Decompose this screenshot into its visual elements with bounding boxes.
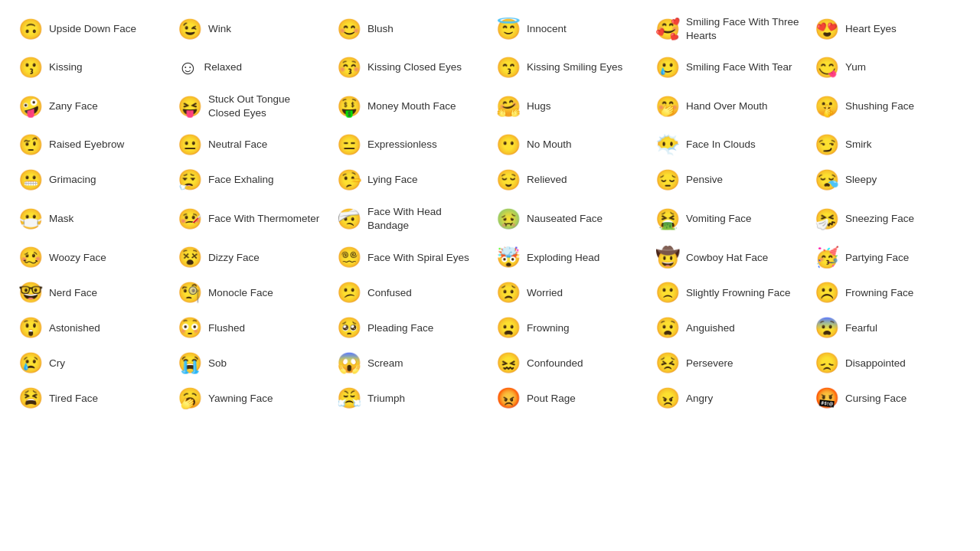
list-item[interactable]: 😫Tired Face xyxy=(12,380,172,416)
list-item[interactable]: 🤨Raised Eyebrow xyxy=(12,127,172,162)
list-item[interactable]: 🥱Yawning Face xyxy=(172,380,331,416)
emoji-icon: 😍 xyxy=(815,19,839,39)
list-item[interactable]: 😵Dizzy Face xyxy=(172,240,331,275)
list-item[interactable]: 🤧Sneezing Face xyxy=(808,197,968,240)
emoji-icon: 😗 xyxy=(18,57,43,77)
list-item[interactable]: 😋Yum xyxy=(808,50,968,85)
emoji-label: Cowboy Hat Face xyxy=(686,251,768,265)
list-item[interactable]: 🤑Money Mouth Face xyxy=(331,85,490,127)
list-item[interactable]: 😐Neutral Face xyxy=(172,127,331,162)
emoji-label: Raised Eyebrow xyxy=(49,138,124,152)
list-item[interactable]: 😍Heart Eyes xyxy=(808,8,968,50)
list-item[interactable]: 🤬Cursing Face xyxy=(808,380,968,416)
emoji-icon: 🥱 xyxy=(178,388,202,408)
list-item[interactable]: 😉Wink xyxy=(172,8,331,50)
list-item[interactable]: 😭Sob xyxy=(172,345,331,380)
list-item[interactable]: 😶‍🌫️Face In Clouds xyxy=(649,127,808,162)
list-item[interactable]: 😧Anguished xyxy=(649,310,808,345)
emoji-icon: 😡 xyxy=(496,388,521,408)
emoji-icon: 🤗 xyxy=(496,96,521,116)
emoji-label: Pleading Face xyxy=(368,321,433,335)
emoji-label: Disappointed xyxy=(845,357,906,370)
emoji-icon: 😕 xyxy=(337,282,361,302)
emoji-label: Sleepy xyxy=(845,173,877,187)
emoji-label: Grimacing xyxy=(49,173,96,187)
list-item[interactable]: 😟Worried xyxy=(490,275,649,310)
list-item[interactable]: 🥺Pleading Face xyxy=(331,310,490,345)
emoji-label: Innocent xyxy=(527,22,567,36)
list-item[interactable]: 😇Innocent xyxy=(490,8,649,50)
list-item[interactable]: 🤕Face With Head Bandage xyxy=(331,197,490,240)
emoji-icon: 🤧 xyxy=(815,209,839,229)
list-item[interactable]: 🤢Nauseated Face xyxy=(490,197,649,240)
list-item[interactable]: 🤒Face With Thermometer xyxy=(172,197,331,240)
list-item[interactable]: 😕Confused xyxy=(331,275,490,310)
emoji-icon: 🙃 xyxy=(18,19,43,39)
list-item[interactable]: 😷Mask xyxy=(12,197,172,240)
emoji-label: Dizzy Face xyxy=(208,251,260,265)
list-item[interactable]: 😶No Mouth xyxy=(490,127,649,162)
list-item[interactable]: ☹️Frowning Face xyxy=(808,275,968,310)
list-item[interactable]: 😮‍💨Face Exhaling xyxy=(172,162,331,197)
emoji-label: Pout Rage xyxy=(527,392,576,406)
list-item[interactable]: 🤓Nerd Face xyxy=(12,275,172,310)
list-item[interactable]: 😬Grimacing xyxy=(12,162,172,197)
list-item[interactable]: 😌Relieved xyxy=(490,162,649,197)
emoji-icon: 😋 xyxy=(815,57,839,77)
emoji-icon: 😔 xyxy=(655,170,680,190)
list-item[interactable]: 😲Astonished xyxy=(12,310,172,345)
emoji-icon: 🤪 xyxy=(18,96,43,116)
list-item[interactable]: 🤯Exploding Head xyxy=(490,240,649,275)
list-item[interactable]: 😳Flushed xyxy=(172,310,331,345)
list-item[interactable]: 🥰Smiling Face With Three Hearts xyxy=(649,8,808,50)
list-item[interactable]: 😝Stuck Out Tongue Closed Eyes xyxy=(172,85,331,127)
list-item[interactable]: 😵‍💫Face With Spiral Eyes xyxy=(331,240,490,275)
list-item[interactable]: 🤫Shushing Face xyxy=(808,85,968,127)
emoji-label: Fearful xyxy=(845,321,877,335)
list-item[interactable]: 🥲Smiling Face With Tear xyxy=(649,50,808,85)
list-item[interactable]: 🤪Zany Face xyxy=(12,85,172,127)
list-item[interactable]: 🤥Lying Face xyxy=(331,162,490,197)
list-item[interactable]: 😢Cry xyxy=(12,345,172,380)
emoji-icon: 😌 xyxy=(496,170,521,190)
emoji-icon: 😤 xyxy=(337,388,361,408)
list-item[interactable]: 😨Fearful xyxy=(808,310,968,345)
emoji-label: Frowning Face xyxy=(845,286,913,300)
list-item[interactable]: 😠Angry xyxy=(649,380,808,416)
list-item[interactable]: 😖Confounded xyxy=(490,345,649,380)
emoji-icon: 😱 xyxy=(337,353,361,373)
list-item[interactable]: ☺️Relaxed xyxy=(172,50,331,85)
list-item[interactable]: 😡Pout Rage xyxy=(490,380,649,416)
list-item[interactable]: 😪Sleepy xyxy=(808,162,968,197)
list-item[interactable]: 🤭Hand Over Mouth xyxy=(649,85,808,127)
emoji-label: Tired Face xyxy=(49,392,98,406)
list-item[interactable]: 😏Smirk xyxy=(808,127,968,162)
list-item[interactable]: 😔Pensive xyxy=(649,162,808,197)
list-item[interactable]: 🙃Upside Down Face xyxy=(12,8,172,50)
list-item[interactable]: 🤗Hugs xyxy=(490,85,649,127)
list-item[interactable]: 😑Expressionless xyxy=(331,127,490,162)
list-item[interactable]: 🥴Woozy Face xyxy=(12,240,172,275)
list-item[interactable]: 🙁Slightly Frowning Face xyxy=(649,275,808,310)
list-item[interactable]: 🧐Monocle Face xyxy=(172,275,331,310)
emoji-icon: 😲 xyxy=(18,318,43,337)
list-item[interactable]: 😦Frowning xyxy=(490,310,649,345)
emoji-icon: 🤓 xyxy=(18,282,43,302)
emoji-icon: 😮‍💨 xyxy=(178,170,202,190)
list-item[interactable]: 😗Kissing xyxy=(12,50,172,85)
list-item[interactable]: 😙Kissing Smiling Eyes xyxy=(490,50,649,85)
list-item[interactable]: 😊Blush xyxy=(331,8,490,50)
emoji-icon: 🥰 xyxy=(655,19,680,39)
list-item[interactable]: 🤮Vomiting Face xyxy=(649,197,808,240)
list-item[interactable]: 🥳Partying Face xyxy=(808,240,968,275)
list-item[interactable]: 😚Kissing Closed Eyes xyxy=(331,50,490,85)
list-item[interactable]: 😱Scream xyxy=(331,345,490,380)
emoji-label: Nerd Face xyxy=(49,286,97,300)
emoji-icon: 😊 xyxy=(337,19,361,39)
list-item[interactable]: 😞Disappointed xyxy=(808,345,968,380)
list-item[interactable]: 😣Persevere xyxy=(649,345,808,380)
list-item[interactable]: 🤠Cowboy Hat Face xyxy=(649,240,808,275)
emoji-icon: 😢 xyxy=(18,353,43,373)
list-item[interactable]: 😤Triumph xyxy=(331,380,490,416)
emoji-label: Persevere xyxy=(686,357,733,370)
